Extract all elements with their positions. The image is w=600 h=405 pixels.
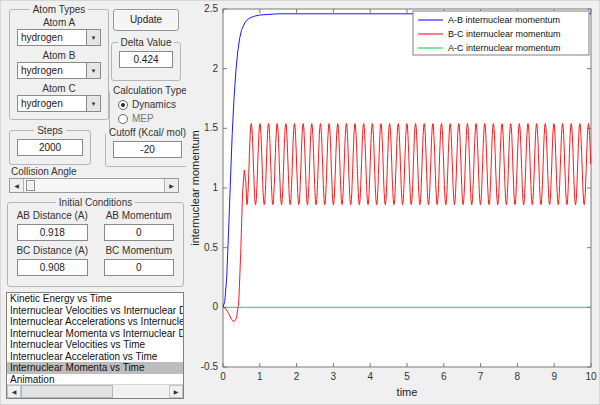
mep-radio-label: MEP xyxy=(132,113,154,124)
list-item[interactable]: Kinetic Energy vs Time xyxy=(7,293,183,305)
delta-value-title: Delta Value xyxy=(118,37,175,48)
ab-distance-label: AB Distance (A) xyxy=(10,210,95,221)
delta-value-panel: Delta Value 0.424 xyxy=(111,37,181,81)
x-tick-label: 4 xyxy=(367,371,373,382)
atom-b-dropdown[interactable]: hydrogen ▼ xyxy=(17,62,101,79)
ab-momentum-label: AB Momentum xyxy=(97,210,182,221)
cutoff-panel: Cutoff (Kcal/ mol) -20 xyxy=(105,127,190,167)
delta-value-field[interactable]: 0.424 xyxy=(119,51,173,68)
ab-distance-field[interactable]: 0.918 xyxy=(17,224,88,241)
mep-radio[interactable]: MEP xyxy=(118,113,190,124)
list-item[interactable]: Internuclear Momenta vs Time xyxy=(7,362,183,374)
bc-momentum-label: BC Momentum xyxy=(97,245,182,256)
arrow-left-icon[interactable]: ◀ xyxy=(7,385,21,398)
arrow-left-icon[interactable]: ◀ xyxy=(10,179,24,192)
radio-icon[interactable] xyxy=(118,100,128,110)
atom-a-dropdown[interactable]: hydrogen ▼ xyxy=(17,29,101,46)
listbox-items: Kinetic Energy vs TimeInternuclear Veloc… xyxy=(7,293,183,384)
legend-entry-label: A-B internuclear momentum xyxy=(448,15,560,25)
atom-c-dropdown[interactable]: hydrogen ▼ xyxy=(17,95,101,112)
list-item[interactable]: Internuclear Velocities vs Internuclear … xyxy=(7,305,183,317)
x-tick-label: 7 xyxy=(478,371,484,382)
x-tick-label: 2 xyxy=(294,371,300,382)
atom-a-label: Atom A xyxy=(10,17,108,28)
cutoff-field[interactable]: -20 xyxy=(113,141,182,158)
atom-b-label: Atom B xyxy=(10,50,108,61)
legend-entry-label: B-C internuclear momentum xyxy=(448,29,561,39)
radio-icon[interactable] xyxy=(118,114,128,124)
atom-c-label: Atom C xyxy=(10,83,108,94)
legend-entry-label: A-C internuclear momentum xyxy=(448,43,561,53)
steps-panel: Steps 2000 xyxy=(9,125,91,165)
atom-b-value: hydrogen xyxy=(21,65,63,76)
initial-conditions-title: Initial Conditions xyxy=(56,197,135,208)
plot-type-listbox[interactable]: Kinetic Energy vs TimeInternuclear Veloc… xyxy=(6,292,184,399)
y-axis-label: internuclear momentum xyxy=(189,130,201,246)
slider-track[interactable] xyxy=(24,179,164,192)
plot-area: 012345678910-0.500.511.522.5timeinternuc… xyxy=(186,1,600,405)
x-tick-label: 10 xyxy=(585,371,597,382)
calculation-type-title: Calculation Type xyxy=(110,85,190,96)
x-tick-label: 6 xyxy=(441,371,447,382)
horizontal-scrollbar[interactable]: ◀ ▶ xyxy=(7,384,183,398)
list-item[interactable]: Animation xyxy=(7,374,183,385)
dynamics-radio-label: Dynamics xyxy=(132,99,176,110)
atom-a-value: hydrogen xyxy=(21,32,63,43)
y-tick-label: 1.5 xyxy=(204,122,218,133)
x-tick-label: 5 xyxy=(404,371,410,382)
bc-momentum-field[interactable]: 0 xyxy=(104,259,175,276)
chevron-down-icon[interactable]: ▼ xyxy=(86,30,100,45)
initial-conditions-panel: Initial Conditions AB Distance (A) 0.918… xyxy=(7,197,184,287)
bc-distance-field[interactable]: 0.908 xyxy=(17,259,88,276)
x-tick-label: 0 xyxy=(220,371,226,382)
cutoff-title: Cutoff (Kcal/ mol) xyxy=(106,127,189,138)
y-tick-label: 2.5 xyxy=(204,3,218,14)
arrow-right-icon[interactable]: ▶ xyxy=(169,385,183,398)
atom-types-title: Atom Types xyxy=(30,4,89,15)
x-tick-label: 8 xyxy=(515,371,521,382)
x-tick-label: 9 xyxy=(551,371,557,382)
y-tick-label: -0.5 xyxy=(201,361,219,372)
collision-angle-label: Collision Angle xyxy=(11,166,77,177)
x-tick-label: 1 xyxy=(257,371,263,382)
scrollbar-track[interactable] xyxy=(21,385,169,398)
dynamics-radio[interactable]: Dynamics xyxy=(118,99,190,110)
steps-field[interactable]: 2000 xyxy=(17,139,83,156)
x-tick-label: 3 xyxy=(331,371,337,382)
y-tick-label: 1 xyxy=(212,182,218,193)
plot-axes-box xyxy=(223,9,591,367)
ab-momentum-field[interactable]: 0 xyxy=(104,224,175,241)
steps-title: Steps xyxy=(34,125,66,136)
list-item[interactable]: Internuclear Velocities vs Time xyxy=(7,339,183,351)
update-button[interactable]: Update xyxy=(113,9,179,31)
slider-thumb[interactable] xyxy=(26,180,35,191)
list-item[interactable]: Internuclear Acceleration vs Time xyxy=(7,351,183,363)
chevron-down-icon[interactable]: ▼ xyxy=(86,96,100,111)
collision-angle-slider[interactable]: ◀ ▶ xyxy=(9,178,179,193)
chevron-down-icon[interactable]: ▼ xyxy=(86,63,100,78)
y-tick-label: 2 xyxy=(212,63,218,74)
atom-types-panel: Atom Types Atom A hydrogen ▼ Atom B hydr… xyxy=(9,4,109,120)
scrollbar-thumb[interactable] xyxy=(21,385,113,398)
x-axis-label: time xyxy=(397,386,418,398)
md-simulation-app: Atom Types Atom A hydrogen ▼ Atom B hydr… xyxy=(0,0,600,405)
list-item[interactable]: Internuclear Accelerations vs Internucle… xyxy=(7,316,183,328)
y-tick-label: 0.5 xyxy=(204,242,218,253)
arrow-right-icon[interactable]: ▶ xyxy=(164,179,178,192)
y-tick-label: 0 xyxy=(212,301,218,312)
bc-distance-label: BC Distance (A) xyxy=(10,245,95,256)
list-item[interactable]: Internuclear Momenta vs Internuclear Dis… xyxy=(7,328,183,340)
momentum-vs-time-plot: 012345678910-0.500.511.522.5timeinternuc… xyxy=(186,1,600,405)
atom-c-value: hydrogen xyxy=(21,98,63,109)
